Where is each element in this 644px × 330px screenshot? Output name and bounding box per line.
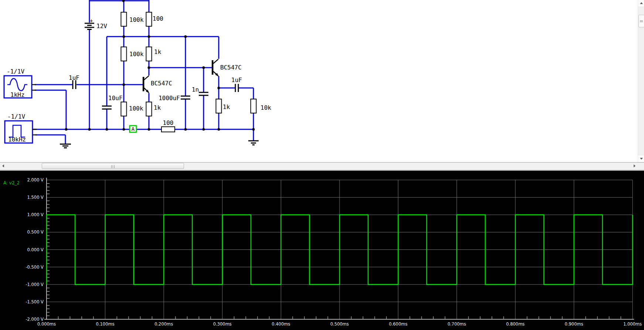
- x-tick-label: 0.900ms: [565, 322, 583, 327]
- resistor-r-bot1: [121, 102, 127, 116]
- probe-a-label: A: [132, 126, 135, 132]
- scroll-left-button[interactable]: [0, 163, 6, 169]
- label-c-supply: 1000uF: [159, 95, 180, 102]
- label-r-bot1: 100k: [129, 105, 143, 112]
- resistor-r-mid2: [146, 47, 152, 61]
- y-tick-label: 1.500 V: [27, 195, 44, 200]
- label-r-mid2: 1k: [154, 48, 161, 55]
- label-r-series: 100: [163, 119, 174, 126]
- battery-plus-sign: +: [90, 18, 93, 24]
- source-sine-1khz[interactable]: -1/1V 1kHz: [4, 68, 36, 98]
- x-tick-label: 0.500ms: [330, 322, 349, 327]
- waveform-plot: 2.000 V1.500 V1.000 V0.500 V0.000 V-0.50…: [0, 171, 644, 330]
- y-tick-label: -1.000 V: [25, 282, 44, 287]
- label-r-top2: 100: [153, 15, 163, 22]
- resistor-r-out: [251, 99, 256, 113]
- source-sine-range: -1/1V: [7, 68, 25, 75]
- y-tick-label: -0.500 V: [25, 265, 44, 270]
- x-tick-label: 0.300ms: [213, 322, 232, 327]
- app-window: + 12V -1/1V 1kHz -1/1V 10kHz: [0, 0, 644, 330]
- scroll-up-button[interactable]: [638, 0, 644, 6]
- source-sine-freq: 1kHz: [10, 91, 25, 98]
- x-tick-label: 0.600ms: [389, 322, 408, 327]
- label-r-out: 10k: [260, 104, 271, 111]
- y-tick-label: 1.000 V: [27, 212, 44, 217]
- scroll-right-button[interactable]: [631, 163, 638, 169]
- label-c-out: 1uF: [231, 76, 242, 84]
- transistor-q2[interactable]: BC547C: [212, 59, 242, 76]
- horizontal-scrollbar[interactable]: [0, 163, 644, 169]
- y-tick-label: 2.000 V: [27, 177, 44, 183]
- horizontal-scroll-thumb[interactable]: [42, 163, 184, 169]
- schematic-svg: + 12V -1/1V 1kHz -1/1V 10kHz: [0, 0, 638, 162]
- arrow-up-icon: [640, 2, 643, 4]
- arrow-down-icon: [640, 158, 643, 160]
- resistor-r-bot2: [146, 102, 152, 116]
- y-tick-label: 0.000 V: [27, 247, 44, 252]
- waveform-viewer: 2.000 V1.500 V1.000 V0.500 V0.000 V-0.50…: [0, 171, 644, 330]
- x-tick-label: 0.200ms: [154, 322, 173, 327]
- transistor-q1[interactable]: BC547C: [143, 76, 172, 93]
- x-tick-label: 0.100ms: [96, 322, 115, 327]
- schematic-canvas[interactable]: + 12V -1/1V 1kHz -1/1V 10kHz: [0, 0, 638, 162]
- scroll-down-button[interactable]: [638, 156, 644, 162]
- x-tick-label: 0.400ms: [272, 322, 290, 327]
- x-tick-label: 0.700ms: [447, 322, 466, 327]
- battery-label: 12V: [96, 23, 107, 30]
- y-tick-label: -1.500 V: [25, 299, 44, 305]
- ground-icon-right: [248, 141, 259, 145]
- arrow-right-icon: [634, 164, 636, 167]
- label-r-q2-emitter: 1k: [223, 103, 230, 110]
- label-r-top1: 100k: [129, 16, 144, 23]
- y-tick-label: 0.500 V: [27, 229, 44, 235]
- x-tick-label: 0.800ms: [506, 322, 525, 327]
- y-tick-label: -2.000 V: [25, 317, 44, 322]
- resistor-r-q2-emitter: [216, 99, 222, 113]
- label-c-bypass: 10uF: [108, 95, 123, 102]
- label-c-in: 1uF: [69, 74, 79, 81]
- label-r-bot2: 1k: [154, 104, 161, 111]
- thumb-grip-icon: [640, 20, 643, 23]
- ground-icon-left: [60, 144, 71, 148]
- plot-tick-marks: [47, 183, 621, 319]
- plot-tick-labels: 2.000 V1.500 V1.000 V0.500 V0.000 V-0.50…: [25, 177, 642, 327]
- resistor-r-top1: [121, 12, 127, 26]
- source-square-10khz[interactable]: -1/1V 10kHz: [5, 113, 37, 143]
- probe-a-marker[interactable]: A: [130, 126, 136, 132]
- battery-12v[interactable]: + 12V: [85, 18, 107, 30]
- resistor-bodies[interactable]: [121, 12, 256, 132]
- source-square-range: -1/1V: [7, 113, 25, 120]
- label-r-mid1: 100k: [129, 51, 144, 58]
- vertical-scroll-thumb[interactable]: [638, 15, 644, 27]
- resistor-r-mid1: [121, 47, 127, 61]
- scrollbar-corner: [638, 163, 644, 169]
- x-tick-label: 1.000ms: [623, 322, 642, 327]
- capacitor-labels: 1uF 10uF 1000uF 1n 1uF: [69, 74, 242, 102]
- label-q2: BC547C: [220, 64, 242, 71]
- vertical-scrollbar[interactable]: [638, 0, 644, 162]
- label-q1: BC547C: [151, 80, 172, 87]
- resistor-r-series: [161, 127, 175, 132]
- label-c-small: 1n: [192, 86, 199, 93]
- arrow-left-icon: [2, 164, 4, 167]
- resistor-r-top2: [146, 12, 152, 26]
- trace-name-label: A: v2_2: [3, 180, 20, 186]
- source-square-freq: 10kHz: [8, 136, 26, 143]
- thumb-grip-icon: [111, 163, 115, 170]
- x-tick-label: 0.000ms: [37, 322, 56, 327]
